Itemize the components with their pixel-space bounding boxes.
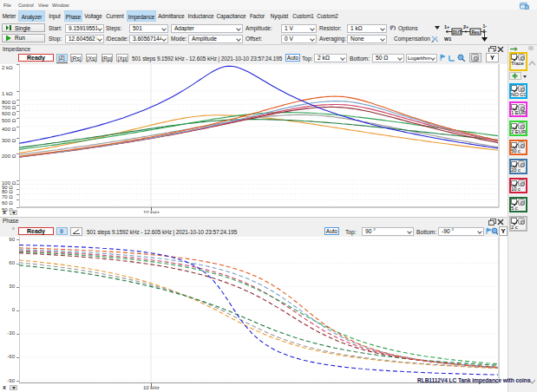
svg-text:W1: W1: [444, 36, 451, 42]
svg-text:Res: Res: [472, 30, 480, 35]
svg-text:1+: 1+: [444, 24, 449, 29]
svg-text:DUT: DUT: [453, 30, 462, 35]
svg-text:2+: 2+: [463, 24, 468, 29]
